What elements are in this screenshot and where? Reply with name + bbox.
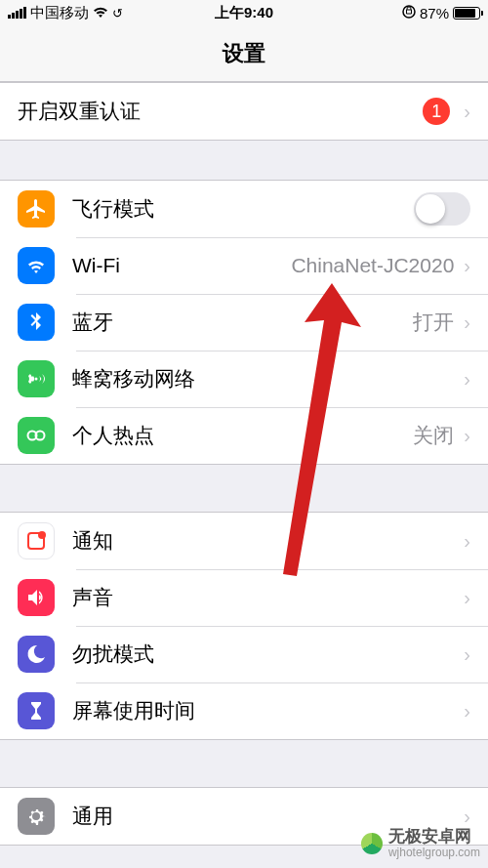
watermark-main: 无极安卓网 [388, 828, 480, 847]
cellular-label: 蜂窝移动网络 [72, 365, 464, 393]
watermark-logo-icon [361, 833, 383, 854]
dnd-label: 勿扰模式 [72, 641, 464, 668]
group-spacer [0, 141, 488, 180]
chevron-right-icon: › [464, 806, 470, 828]
chevron-right-icon: › [464, 368, 470, 391]
moon-icon [18, 636, 55, 673]
hourglass-icon [18, 692, 55, 729]
wifi-label: Wi-Fi [72, 254, 291, 277]
battery-icon [453, 7, 480, 20]
sounds-label: 声音 [72, 584, 464, 611]
orientation-lock-icon [402, 5, 416, 21]
two-factor-row[interactable]: 开启双重认证 1 › [0, 83, 488, 140]
bluetooth-row[interactable]: 蓝牙 打开 › [0, 294, 488, 351]
sounds-row[interactable]: 声音 › [0, 569, 488, 626]
carrier-label: 中国移动 [30, 4, 89, 22]
chevron-right-icon: › [464, 643, 470, 666]
status-right: 87% [402, 5, 480, 21]
chevron-right-icon: › [464, 311, 470, 334]
gear-icon [18, 798, 55, 835]
chevron-right-icon: › [464, 700, 470, 723]
airplane-icon [18, 190, 55, 227]
network-group: 飞行模式 Wi-Fi ChinaNet-JC2020 › 蓝牙 打开 › 蜂窝移… [0, 180, 488, 465]
bluetooth-label: 蓝牙 [72, 309, 413, 336]
two-factor-label: 开启双重认证 [18, 98, 423, 125]
status-time: 上午9:40 [215, 4, 273, 22]
notifications-icon [18, 522, 55, 559]
status-left: 中国移动 ↺ [8, 4, 123, 22]
hotspot-label: 个人热点 [72, 422, 413, 449]
wifi-icon [18, 247, 55, 284]
svg-point-4 [38, 531, 46, 539]
notifications-row[interactable]: 通知 › [0, 513, 488, 569]
battery-percent-label: 87% [420, 5, 449, 21]
group-spacer [0, 740, 488, 787]
group-spacer [0, 465, 488, 512]
cellular-row[interactable]: 蜂窝移动网络 › [0, 351, 488, 407]
bluetooth-icon [18, 304, 55, 341]
navigation-icon: ↺ [112, 6, 123, 21]
chevron-right-icon: › [464, 425, 470, 447]
hotspot-icon [18, 417, 55, 454]
svg-point-0 [403, 6, 415, 18]
notification-badge: 1 [423, 98, 450, 125]
signal-icon [8, 7, 26, 19]
wifi-value: ChinaNet-JC2020 [291, 254, 454, 277]
airplane-mode-toggle[interactable] [414, 192, 470, 226]
page-header: 设置 [0, 25, 488, 82]
chevron-right-icon: › [464, 101, 470, 123]
dnd-row[interactable]: 勿扰模式 › [0, 626, 488, 682]
notifications-label: 通知 [72, 527, 464, 555]
screentime-row[interactable]: 屏幕使用时间 › [0, 682, 488, 739]
chevron-right-icon: › [464, 530, 470, 553]
screentime-label: 屏幕使用时间 [72, 697, 464, 724]
chevron-right-icon: › [464, 255, 470, 277]
app-group: 通知 › 声音 › 勿扰模式 › 屏幕使用时间 › [0, 512, 488, 740]
airplane-mode-label: 飞行模式 [72, 195, 414, 223]
sounds-icon [18, 579, 55, 616]
bluetooth-value: 打开 [413, 309, 454, 336]
hotspot-value: 关闭 [413, 422, 454, 449]
site-watermark: 无极安卓网 wjhotelgroup.com [361, 828, 480, 858]
page-title: 设置 [223, 39, 265, 68]
chevron-right-icon: › [464, 587, 470, 609]
cellular-icon [18, 360, 55, 397]
wifi-row[interactable]: Wi-Fi ChinaNet-JC2020 › [0, 237, 488, 294]
hotspot-row[interactable]: 个人热点 关闭 › [0, 407, 488, 464]
wifi-status-icon [93, 5, 108, 21]
general-label: 通用 [72, 803, 464, 830]
status-bar: 中国移动 ↺ 上午9:40 87% [0, 0, 488, 25]
airplane-mode-row[interactable]: 飞行模式 [0, 181, 488, 237]
watermark-sub: wjhotelgroup.com [388, 847, 480, 858]
